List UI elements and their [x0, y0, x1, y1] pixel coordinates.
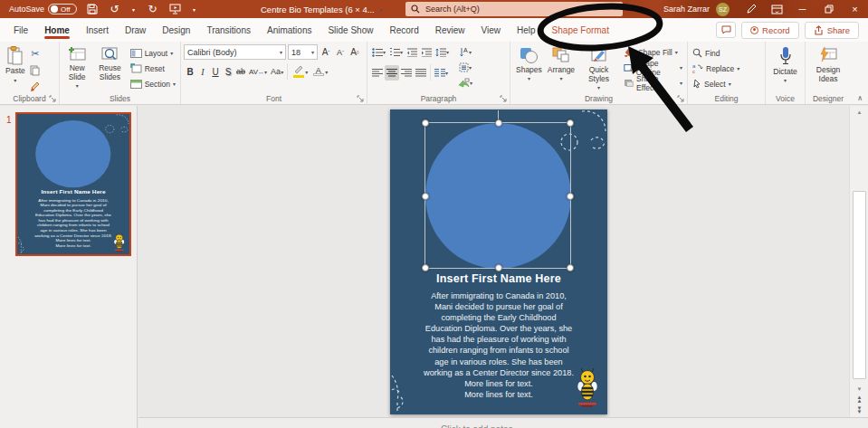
bee-clipart[interactable] — [577, 366, 597, 408]
shapes-button[interactable]: Shapes▾ — [513, 44, 545, 85]
layout-button[interactable]: Layout▾ — [129, 45, 177, 61]
resize-handle-n[interactable] — [495, 119, 502, 127]
scroll-up-icon[interactable]: ▲ — [850, 106, 868, 119]
scroll-down-icon[interactable]: ▼ — [850, 383, 868, 395]
shape-outline-button[interactable]: Shape Outline▾ — [622, 60, 684, 75]
paste-button[interactable]: Paste ▾ — [3, 44, 28, 87]
tab-draw[interactable]: Draw — [117, 20, 154, 40]
next-slide-button[interactable]: ▼▼ — [857, 406, 863, 414]
find-button[interactable]: Find — [691, 45, 741, 61]
record-button[interactable]: Record — [741, 22, 799, 39]
resize-handle-nw[interactable] — [422, 119, 429, 127]
shrink-font-button[interactable]: Aˇ — [334, 44, 347, 60]
tab-record[interactable]: Record — [381, 20, 426, 40]
search-input[interactable] — [425, 5, 588, 14]
character-spacing-button[interactable]: AV↔▾ — [247, 64, 269, 80]
tab-design[interactable]: Design — [154, 20, 198, 40]
document-title[interactable]: Centre Bio Templates (6 × 4... — [261, 5, 375, 14]
section-button[interactable]: Section▾ — [129, 76, 177, 91]
drawing-dialog-launcher-icon[interactable] — [677, 95, 684, 102]
highlight-color-button[interactable]: ▾ — [290, 64, 310, 80]
italic-button[interactable]: I — [196, 64, 209, 80]
increase-indent-button[interactable] — [419, 44, 434, 60]
resize-handle-sw[interactable] — [422, 264, 429, 271]
tab-slide-show[interactable]: Slide Show — [320, 20, 381, 40]
columns-button[interactable]: ▾ — [433, 65, 450, 81]
clear-formatting-button[interactable]: A◊ — [348, 44, 361, 60]
start-slideshow-icon[interactable] — [168, 2, 183, 16]
align-left-button[interactable] — [370, 65, 385, 81]
decrease-indent-button[interactable] — [405, 44, 419, 60]
tab-insert[interactable]: Insert — [78, 20, 117, 40]
select-button[interactable]: Select▾ — [691, 76, 741, 91]
tab-animations[interactable]: Animations — [259, 20, 320, 40]
bullets-button[interactable]: ▾ — [370, 44, 387, 60]
slide-title-text[interactable]: Insert First Name Here — [390, 272, 607, 285]
line-spacing-button[interactable]: ▾ — [434, 44, 451, 60]
search-box[interactable] — [405, 2, 623, 16]
ribbon-display-options-icon[interactable] — [764, 0, 789, 18]
copy-icon[interactable] — [28, 62, 43, 78]
resize-handle-ne[interactable] — [567, 119, 574, 127]
strikethrough-button[interactable]: ab — [234, 64, 247, 80]
slide-canvas[interactable]: Insert First Name Here After immigrating… — [138, 106, 848, 417]
format-painter-icon[interactable] — [28, 79, 43, 94]
reuse-slides-button[interactable]: Reuse Slides — [91, 44, 128, 83]
font-size-select[interactable]: 18▾ — [288, 44, 318, 60]
change-case-button[interactable]: Aa▾ — [269, 64, 285, 80]
quick-access-customize-icon[interactable]: ▾ — [191, 2, 198, 16]
comments-button[interactable] — [716, 22, 736, 38]
align-center-button[interactable] — [385, 65, 399, 81]
undo-icon[interactable]: ↺ — [108, 2, 122, 16]
avatar[interactable]: SZ — [716, 3, 730, 16]
share-button[interactable]: Share — [805, 22, 859, 39]
resize-handle-w[interactable] — [422, 193, 429, 200]
shape-selection-box[interactable] — [424, 122, 571, 269]
redo-icon[interactable]: ↻ — [146, 2, 160, 16]
dictate-button[interactable]: Dictate▾ — [770, 44, 799, 87]
numbering-button[interactable]: ▾ — [387, 44, 405, 60]
previous-slide-button[interactable]: ▲▲ — [857, 395, 863, 403]
font-name-select[interactable]: Calibri (Body)▾ — [184, 44, 286, 60]
save-icon[interactable] — [85, 2, 100, 16]
close-button[interactable]: × — [842, 0, 868, 18]
convert-to-smartart-button[interactable]: ▾ — [456, 75, 474, 90]
design-ideas-button[interactable]: Design Ideas — [808, 44, 848, 85]
resize-handle-s[interactable] — [495, 264, 502, 271]
arrange-button[interactable]: Arrange▾ — [545, 44, 577, 85]
reset-button[interactable]: Reset — [129, 61, 177, 76]
tab-shape-format[interactable]: Shape Format — [544, 20, 617, 40]
tab-transitions[interactable]: Transitions — [198, 20, 259, 40]
text-direction-button[interactable]: A▾ — [456, 44, 474, 60]
clipboard-dialog-launcher-icon[interactable] — [49, 95, 56, 102]
text-shadow-button[interactable]: S — [222, 64, 234, 80]
autosave-toggle[interactable]: AutoSave Off — [9, 4, 77, 14]
justify-button[interactable] — [414, 65, 428, 81]
tab-file[interactable]: File — [5, 20, 36, 40]
paragraph-dialog-launcher-icon[interactable] — [500, 95, 507, 102]
grow-font-button[interactable]: Aˆ — [320, 44, 332, 60]
slide-thumbnail[interactable]: Insert First Name Here After immigrating… — [15, 112, 131, 256]
underline-button[interactable]: U — [209, 64, 222, 80]
scrollbar-thumb[interactable] — [853, 191, 866, 379]
shape-effects-button[interactable]: Shape Effects▾ — [622, 75, 684, 90]
tab-review[interactable]: Review — [427, 20, 473, 40]
cut-icon[interactable]: ✂ — [28, 46, 43, 62]
tab-view[interactable]: View — [473, 20, 510, 40]
collapse-ribbon-icon[interactable]: ∧ — [857, 94, 863, 102]
align-text-button[interactable]: ▾ — [456, 60, 474, 75]
bold-button[interactable]: B — [184, 64, 196, 80]
new-slide-button[interactable]: New Slide▾ — [62, 44, 91, 92]
replace-button[interactable]: ac Replace▾ — [691, 61, 741, 76]
minimize-button[interactable]: ─ — [789, 0, 816, 18]
tab-help[interactable]: Help — [509, 20, 544, 40]
vertical-scrollbar[interactable]: ▲ ▼ ▲▲ ▼▼ — [849, 106, 868, 428]
font-color-button[interactable]: A ▾ — [310, 64, 329, 80]
user-name[interactable]: Sarah Zarrar — [663, 5, 710, 14]
notes-pane[interactable]: Click to add notes — [138, 417, 868, 428]
shape-fill-button[interactable]: Shape Fill▾ — [622, 44, 684, 60]
title-dropdown-icon[interactable]: ▾ — [379, 6, 382, 13]
resize-handle-se[interactable] — [567, 264, 574, 271]
font-dialog-launcher-icon[interactable] — [357, 95, 364, 102]
resize-handle-e[interactable] — [567, 193, 574, 200]
